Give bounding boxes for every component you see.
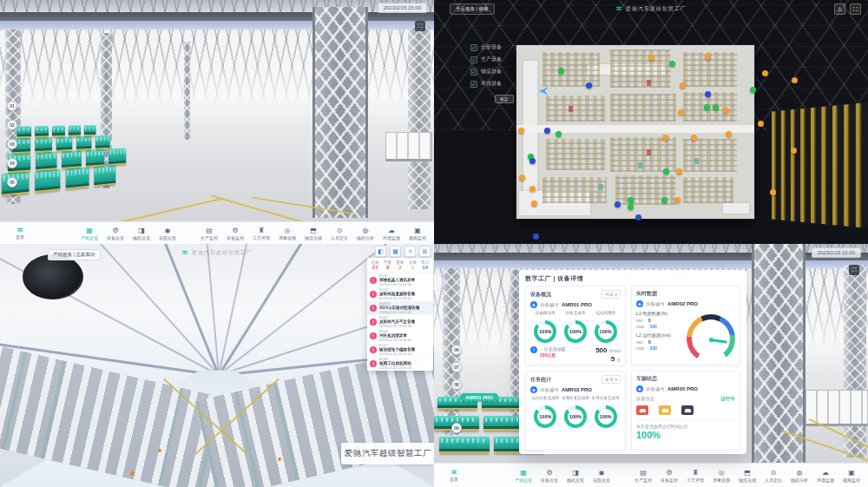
collapse-layers-button[interactable]: 收起 xyxy=(495,95,514,103)
marker-badge[interactable]: 08 xyxy=(451,379,462,390)
layer-row[interactable]: ✓环境设备 xyxy=(470,80,514,88)
marker-badge[interactable]: 02 xyxy=(7,120,17,130)
status-dot[interactable] xyxy=(648,55,654,61)
status-dot[interactable] xyxy=(628,197,634,203)
toolbar-nav-item[interactable]: ◨能耗总览 xyxy=(562,469,589,483)
status-dot[interactable] xyxy=(529,158,536,164)
checkbox[interactable]: ✓ xyxy=(470,81,477,88)
status-dot[interactable] xyxy=(676,168,682,174)
status-dot[interactable] xyxy=(544,128,550,134)
toolbar-nav-item[interactable]: ▦产线总览 xyxy=(510,469,536,483)
status-dot[interactable] xyxy=(518,128,524,134)
status-dot[interactable] xyxy=(615,201,621,207)
toolbar-tool-item[interactable]: ▤生产监控 xyxy=(196,227,222,240)
fullscreen-button[interactable]: ⛶ xyxy=(849,265,859,275)
toolbar-home-item[interactable]: ≍首页 xyxy=(443,469,465,482)
toolbar-tool-item[interactable]: ▣视频监控 xyxy=(404,227,431,240)
status-dot[interactable] xyxy=(586,82,592,89)
panel-control-button[interactable]: ≡ xyxy=(404,246,416,257)
alarm-list-item[interactable]: !EQ09检测工位相机离线2023-02-15 13:05:33 xyxy=(367,357,433,371)
status-dot[interactable] xyxy=(556,131,562,137)
status-dot[interactable] xyxy=(750,87,756,93)
range-dropdown[interactable]: 本月 ▾ xyxy=(602,375,621,384)
alarm-list-item[interactable]: !EQ12涂装线温度超限告警2023-02-15 14:18:02 xyxy=(367,287,433,301)
alarm-list-item[interactable]: !AGV03AGV小车路径阻塞告警2023-02-15 14:02:45 xyxy=(367,301,433,315)
toolbar-home-item[interactable]: ≍首页 xyxy=(9,227,31,240)
layer-row[interactable]: ✓全部设备 xyxy=(470,43,514,51)
toolbar-tool-item[interactable]: ◍能耗分析 xyxy=(786,469,812,483)
alarm-list-item[interactable]: !EQ21总装线气压不足告警2023-02-15 13:55:18 xyxy=(367,315,433,329)
layer-row[interactable]: ✓生产设备 xyxy=(470,56,514,63)
status-dot[interactable] xyxy=(635,214,641,220)
status-dot[interactable] xyxy=(704,104,710,110)
panel-control-button[interactable]: ◧ xyxy=(375,246,386,257)
status-dot[interactable] xyxy=(792,77,798,83)
status-dot[interactable] xyxy=(669,61,675,67)
checkbox[interactable]: ✓ xyxy=(470,44,477,51)
agv-name-tag[interactable]: AMR01 PRO xyxy=(460,393,498,401)
status-dot[interactable] xyxy=(762,70,768,76)
status-dot[interactable] xyxy=(678,109,684,115)
status-dot[interactable] xyxy=(705,91,711,97)
toolbar-nav-item[interactable]: ◨能耗总览 xyxy=(128,227,155,240)
status-dot[interactable] xyxy=(726,131,732,137)
toolbar-tool-item[interactable]: ⬒物流仓储 xyxy=(300,227,326,240)
range-dropdown[interactable]: 今日 ▾ xyxy=(602,290,621,299)
panel-control-button[interactable]: ▦ xyxy=(390,246,401,257)
status-dot[interactable] xyxy=(558,68,564,74)
toolbar-tool-item[interactable]: ◍能耗分析 xyxy=(352,227,378,240)
toolbar-tool-item[interactable]: ⚙设备监控 xyxy=(222,227,248,240)
status-dot[interactable] xyxy=(519,174,525,181)
toolbar-tool-item[interactable]: ♜工艺管理 xyxy=(682,469,708,483)
panel-control-button[interactable]: ⊞ xyxy=(419,246,431,257)
toolbar-tool-item[interactable]: ♜工艺管理 xyxy=(248,227,274,240)
marker-badge[interactable]: 03 xyxy=(7,139,17,149)
toolbar-nav-item[interactable]: ⚙设备总览 xyxy=(536,469,562,483)
marker-badge[interactable]: 06 xyxy=(451,345,462,355)
status-dot[interactable] xyxy=(713,104,719,110)
toolbar-tool-item[interactable]: ☁环境监测 xyxy=(378,227,404,240)
status-dot[interactable] xyxy=(758,121,764,127)
status-dot[interactable] xyxy=(680,82,686,89)
marker-badge[interactable]: 07 xyxy=(451,362,462,372)
marker-badge[interactable]: 01 xyxy=(7,101,17,111)
layer-row[interactable]: ✓物流设备 xyxy=(470,68,514,76)
status-dot[interactable] xyxy=(723,108,729,114)
marker-badge[interactable]: 05 xyxy=(7,177,17,188)
toolbar-nav-item[interactable]: ⚙设备总览 xyxy=(102,227,128,240)
toolbar-tool-item[interactable]: ⊙人员定位 xyxy=(760,469,786,483)
status-dot[interactable] xyxy=(674,197,681,203)
toolbar-tool-item[interactable]: ☁环境监测 xyxy=(812,469,838,483)
status-dot[interactable] xyxy=(628,204,634,210)
status-dot[interactable] xyxy=(705,54,711,60)
status-dot[interactable] xyxy=(533,234,539,240)
toolbar-tool-item[interactable]: ▤生产监控 xyxy=(630,469,656,483)
status-dot[interactable] xyxy=(531,201,537,207)
fullscreen-button[interactable]: ⛶ xyxy=(415,21,425,31)
alarm-list-item[interactable]: !EQ17输送链张力偏差告警2023-02-15 13:22:51 xyxy=(367,343,433,357)
status-dot[interactable] xyxy=(662,135,668,141)
alarm-list-item[interactable]: !EQ05冲压机润滑异常2023-02-15 13:40:09 xyxy=(367,329,433,343)
toolbar-tool-item[interactable]: ▣视频监控 xyxy=(838,469,865,483)
toolbar-nav-item[interactable]: ◉安防总览 xyxy=(155,227,181,240)
checkbox[interactable]: ✓ xyxy=(470,69,477,76)
checkbox[interactable]: ✓ xyxy=(470,56,477,63)
marker-badge[interactable]: 04 xyxy=(7,158,17,168)
view-mode-chip[interactable]: 产线视角 | 总装车间 xyxy=(48,249,101,260)
toolbar-nav-item[interactable]: ▦产线总览 xyxy=(76,227,102,240)
status-dot[interactable] xyxy=(691,135,697,141)
status-dot[interactable] xyxy=(663,168,669,174)
status-dot[interactable] xyxy=(770,189,776,195)
status-dot[interactable] xyxy=(791,148,797,154)
toolbar-tool-item[interactable]: ⚙设备监控 xyxy=(656,469,682,483)
alarm-list-item[interactable]: !EQ07焊接机器人通讯异常2023-02-15 14:25:30 xyxy=(367,273,433,287)
toolbar-tool-item[interactable]: ⚠告警中心 xyxy=(865,469,868,483)
toolbar-nav-item[interactable]: ◉安防总览 xyxy=(589,469,615,483)
toolbar-tool-item[interactable]: ⬒物流仓储 xyxy=(734,469,760,483)
toolbar-tool-item[interactable]: ⊙人员定位 xyxy=(326,227,352,240)
toolbar-tool-item[interactable]: ◎质量追溯 xyxy=(274,227,300,240)
status-dot[interactable] xyxy=(661,197,667,203)
status-dot[interactable] xyxy=(529,186,536,192)
marker-badge[interactable]: 09 xyxy=(451,423,462,433)
toolbar-tool-item[interactable]: ◎质量追溯 xyxy=(708,469,734,483)
